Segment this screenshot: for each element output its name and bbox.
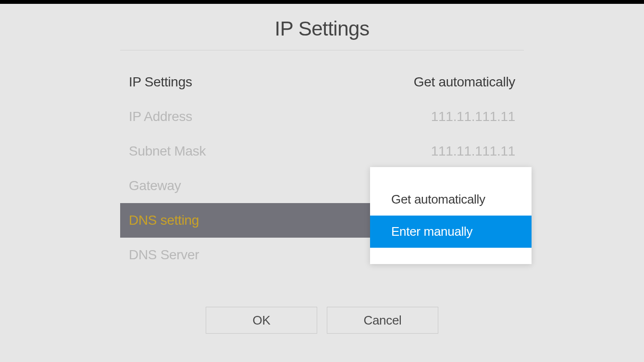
value-ip-settings: Get automatically xyxy=(414,74,515,90)
label-dns-server: DNS Server xyxy=(129,247,199,263)
value-subnet-mask: 111.11.111.11 xyxy=(431,144,515,159)
label-ip-settings: IP Settings xyxy=(129,74,192,90)
value-ip-address: 111.11.111.11 xyxy=(431,109,515,124)
dropdown-option-manual[interactable]: Enter manually xyxy=(370,216,532,248)
page-title: IP Settings xyxy=(120,17,524,50)
label-gateway: Gateway xyxy=(129,178,181,193)
ok-button[interactable]: OK xyxy=(206,307,317,334)
label-dns-setting: DNS setting xyxy=(129,213,199,228)
row-ip-address: IP Address 111.11.111.11 xyxy=(120,99,524,134)
label-ip-address: IP Address xyxy=(129,109,192,124)
divider xyxy=(120,50,524,50)
top-bar xyxy=(0,0,644,4)
button-row: OK Cancel xyxy=(120,307,524,334)
dns-setting-dropdown: Get automatically Enter manually xyxy=(370,167,532,264)
row-ip-settings[interactable]: IP Settings Get automatically xyxy=(120,65,524,99)
label-subnet-mask: Subnet Mask xyxy=(129,144,206,159)
dropdown-option-auto[interactable]: Get automatically xyxy=(370,183,532,216)
cancel-button[interactable]: Cancel xyxy=(327,307,438,334)
row-subnet-mask: Subnet Mask 111.11.111.11 xyxy=(120,134,524,169)
